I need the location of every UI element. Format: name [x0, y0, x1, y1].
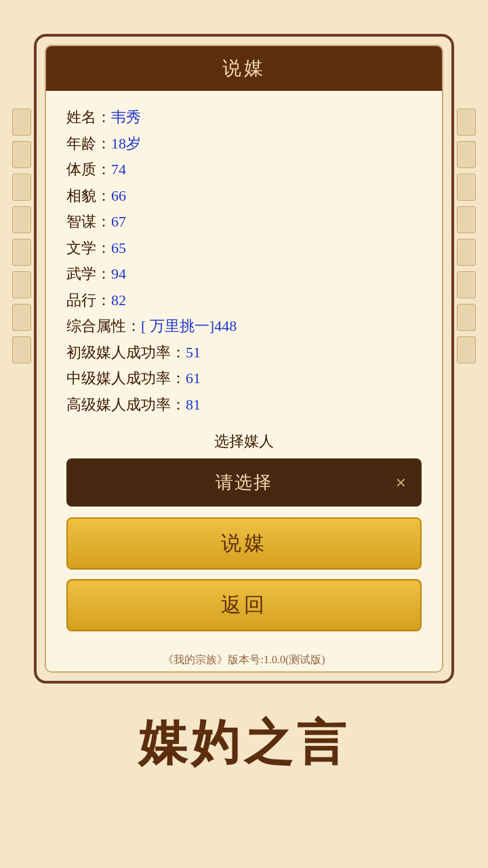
card-body: 姓名：韦秀 年龄：18岁 体质：74 相貌：66 智谋：67 [46, 91, 442, 645]
tile [457, 174, 476, 201]
conduct-row: 品行：82 [66, 288, 422, 314]
dialog-title: 说媒 [46, 46, 442, 91]
composite-value: [ 万里挑一]448 [141, 317, 237, 334]
card-footer: 《我的宗族》版本号:1.0.0(测试版) [46, 645, 442, 671]
name-value: 韦秀 [111, 108, 141, 125]
tile [457, 108, 476, 136]
bottom-title: 媒妁之言 [0, 711, 488, 776]
mid-label: 中级媒人成功率： [66, 370, 186, 387]
martial-row: 武学：94 [66, 261, 422, 288]
physique-value: 74 [111, 161, 126, 178]
name-label: 姓名： [66, 108, 111, 125]
appearance-label: 相貌： [66, 187, 111, 204]
age-value: 18岁 [111, 135, 141, 152]
side-decoration-right [457, 108, 476, 363]
tile [12, 304, 31, 331]
tile [12, 108, 31, 136]
footer-text: 《我的宗族》版本号:1.0.0(测试版) [163, 654, 325, 665]
intelligence-row: 智谋：67 [66, 209, 422, 235]
tile [12, 174, 31, 201]
physique-label: 体质： [66, 161, 111, 178]
select-matchmaker-label: 选择媒人 [66, 431, 422, 452]
back-label: 返回 [221, 593, 267, 616]
intelligence-value: 67 [111, 213, 126, 230]
senior-row: 高级媒人成功率：81 [66, 392, 422, 418]
mid-row: 中级媒人成功率：61 [66, 366, 422, 392]
matchmake-label: 说媒 [221, 532, 267, 554]
junior-value: 51 [186, 344, 201, 361]
senior-label: 高级媒人成功率： [66, 396, 186, 413]
dropdown-placeholder: 请选择 [216, 473, 272, 492]
conduct-label: 品行： [66, 292, 111, 309]
literature-value: 65 [111, 239, 126, 256]
age-label: 年龄： [66, 135, 111, 152]
tile [12, 336, 31, 363]
matchmake-button[interactable]: 说媒 [66, 517, 422, 570]
physique-row: 体质：74 [66, 157, 422, 183]
intelligence-label: 智谋： [66, 213, 111, 230]
main-frame: 说媒 姓名：韦秀 年龄：18岁 体质：74 [34, 34, 454, 684]
martial-label: 武学： [66, 265, 111, 282]
character-info: 姓名：韦秀 年龄：18岁 体质：74 相貌：66 智谋：67 [66, 104, 422, 418]
tile [12, 141, 31, 168]
junior-label: 初级媒人成功率： [66, 344, 186, 361]
appearance-value: 66 [111, 187, 126, 204]
title-text: 说媒 [222, 58, 266, 79]
literature-label: 文学： [66, 239, 111, 256]
matchmaker-dropdown[interactable]: 请选择 [66, 458, 422, 507]
tile [457, 206, 476, 233]
tile [12, 206, 31, 233]
appearance-row: 相貌：66 [66, 183, 422, 210]
tile [457, 336, 476, 363]
junior-row: 初级媒人成功率：51 [66, 340, 422, 366]
inner-card: 说媒 姓名：韦秀 年龄：18岁 体质：74 [45, 45, 443, 673]
tile [457, 239, 476, 266]
tile [457, 141, 476, 168]
age-row: 年龄：18岁 [66, 131, 422, 157]
tile [12, 271, 31, 298]
side-decoration-left [12, 108, 31, 363]
mid-value: 61 [186, 370, 201, 387]
tile [457, 304, 476, 331]
martial-value: 94 [111, 265, 126, 282]
conduct-value: 82 [111, 292, 126, 309]
back-button[interactable]: 返回 [66, 579, 422, 631]
tile [12, 239, 31, 266]
senior-value: 81 [186, 396, 201, 413]
composite-row: 综合属性：[ 万里挑一]448 [66, 313, 422, 340]
name-row: 姓名：韦秀 [66, 104, 422, 131]
tile [457, 271, 476, 298]
composite-label: 综合属性： [66, 317, 141, 334]
literature-row: 文学：65 [66, 235, 422, 262]
